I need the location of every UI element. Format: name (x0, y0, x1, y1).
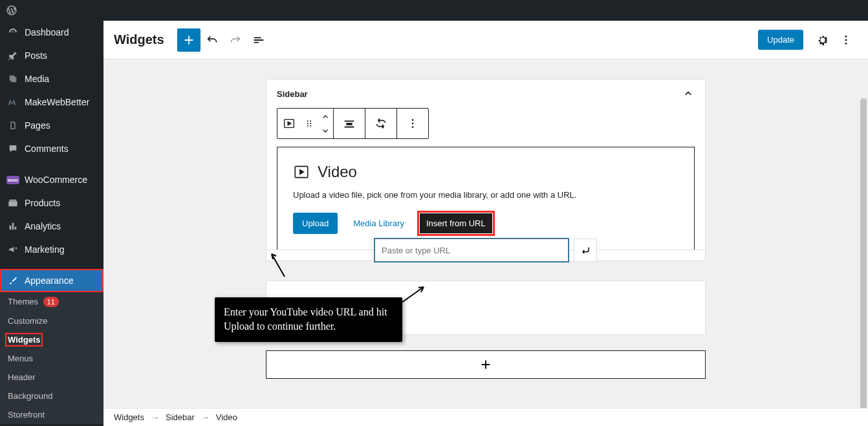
menu-label: Pages (25, 120, 50, 131)
submenu-label: Customize (8, 316, 47, 326)
drag-icon (303, 118, 315, 129)
annotation-tooltip: Enter your YouTube video URL and hit Upl… (215, 297, 402, 342)
wordpress-logo-icon[interactable] (5, 4, 18, 17)
dashboard-icon (6, 26, 19, 39)
svg-point-0 (845, 36, 847, 37)
more-vertical-icon (406, 116, 420, 131)
plus-icon (182, 33, 196, 47)
menu-comments[interactable]: Comments (0, 137, 103, 160)
svg-point-1 (845, 39, 847, 41)
analytics-icon (6, 220, 19, 233)
redo-button[interactable] (224, 28, 247, 52)
align-icon (342, 116, 356, 131)
url-input[interactable] (375, 239, 568, 261)
undo-icon (205, 33, 219, 47)
svg-point-6 (307, 123, 309, 124)
insert-from-url-button[interactable]: Insert from URL (420, 213, 492, 233)
toolbar-align-button[interactable] (334, 109, 365, 138)
annotation-text: Enter your YouTube video URL and hit Upl… (224, 306, 387, 332)
submenu-label: Header (8, 372, 36, 382)
toolbar-block-type-button[interactable] (277, 109, 301, 138)
update-button[interactable]: Update (758, 30, 803, 50)
chevron-down-icon (321, 128, 330, 134)
video-block-icon (282, 116, 296, 131)
menu-woocommerce[interactable]: woo WooCommerce (0, 168, 103, 191)
submenu-themes[interactable]: Themes 11 (0, 292, 103, 312)
brush-icon (6, 274, 19, 287)
menu-marketing[interactable]: Marketing (0, 238, 103, 261)
menu-label: Dashboard (25, 27, 69, 37)
widget-area-header[interactable]: Sidebar (266, 80, 705, 108)
submenu-header[interactable]: Header (0, 368, 103, 387)
gear-icon (816, 33, 830, 47)
menu-label: Posts (25, 50, 47, 61)
toolbar-drag-handle[interactable] (301, 109, 318, 138)
upload-button[interactable]: Upload (293, 213, 338, 234)
submenu-menus[interactable]: Menus (0, 349, 103, 368)
menu-media[interactable]: Media (0, 67, 103, 91)
menu-analytics[interactable]: Analytics (0, 215, 103, 238)
widget-area-sidebar: Sidebar (266, 79, 706, 261)
menu-makewebbetter[interactable]: MakeWebBetter (0, 91, 103, 114)
menu-appearance[interactable]: Appearance (0, 269, 103, 292)
widget-area-title: Sidebar (277, 89, 308, 99)
add-block-button[interactable] (177, 28, 201, 52)
menu-posts[interactable]: Posts (0, 44, 103, 67)
enter-icon (579, 244, 592, 257)
submenu-label: Storefront (8, 410, 45, 420)
page-icon (6, 119, 19, 132)
scrollbar-thumb[interactable] (860, 98, 867, 408)
svg-point-10 (412, 119, 414, 121)
svg-point-12 (412, 126, 414, 128)
menu-label: Analytics (25, 221, 61, 231)
comment-icon (6, 142, 19, 155)
media-library-button[interactable]: Media Library (348, 215, 409, 232)
menu-label: Marketing (25, 244, 64, 255)
menu-pages[interactable]: Pages (0, 114, 103, 137)
submenu-label: Widgets (8, 335, 40, 345)
url-submit-button[interactable] (574, 239, 597, 262)
menu-dashboard[interactable]: Dashboard (0, 21, 103, 44)
video-block-description: Upload a video file, pick one from your … (293, 190, 678, 200)
video-icon (293, 164, 310, 180)
editor-canvas[interactable]: Sidebar (103, 59, 868, 408)
svg-point-2 (845, 43, 847, 45)
more-vertical-icon (839, 33, 853, 47)
breadcrumb-bar: Widgets → Sidebar → Video (103, 408, 868, 426)
page-title: Widgets (114, 32, 164, 47)
submenu-customize[interactable]: Customize (0, 312, 103, 330)
submenu-background[interactable]: Background (0, 387, 103, 405)
toolbar-more-button[interactable] (397, 109, 428, 138)
submenu-storefront[interactable]: Storefront (0, 405, 103, 424)
themes-count-badge: 11 (43, 297, 59, 307)
scrollbar[interactable] (859, 59, 868, 408)
breadcrumb-root[interactable]: Widgets (114, 412, 144, 422)
append-block-button[interactable] (266, 350, 706, 379)
main-area: Widgets Update (103, 21, 868, 426)
undo-button[interactable] (201, 28, 224, 52)
admin-bar (0, 0, 868, 21)
replace-icon (374, 116, 388, 131)
breadcrumb-separator: → (201, 412, 210, 422)
submenu-label: Themes (8, 297, 38, 306)
submenu-widgets[interactable]: Widgets (5, 333, 43, 346)
url-input-wrap (374, 239, 569, 262)
submenu-label: Menus (8, 354, 33, 363)
menu-label: Media (25, 74, 49, 84)
video-block-title: Video (318, 163, 357, 181)
toolbar-replace-button[interactable] (365, 109, 396, 138)
more-options-button[interactable] (834, 28, 858, 52)
appearance-submenu: Themes 11 Customize Widgets Menus Header… (0, 292, 103, 424)
editor-header: Widgets Update (103, 21, 868, 59)
video-block-placeholder: Video Upload a video file, pick one from… (277, 147, 695, 250)
move-up-button[interactable] (318, 109, 333, 123)
breadcrumb-area[interactable]: Sidebar (166, 412, 195, 422)
breadcrumb-block[interactable]: Video (216, 412, 237, 422)
list-view-button[interactable] (247, 28, 270, 52)
move-down-button[interactable] (318, 123, 333, 138)
settings-button[interactable] (811, 28, 834, 52)
menu-products[interactable]: Products (0, 191, 103, 215)
woocommerce-icon: woo (6, 173, 19, 186)
svg-point-9 (310, 125, 311, 127)
redo-icon (228, 33, 243, 47)
